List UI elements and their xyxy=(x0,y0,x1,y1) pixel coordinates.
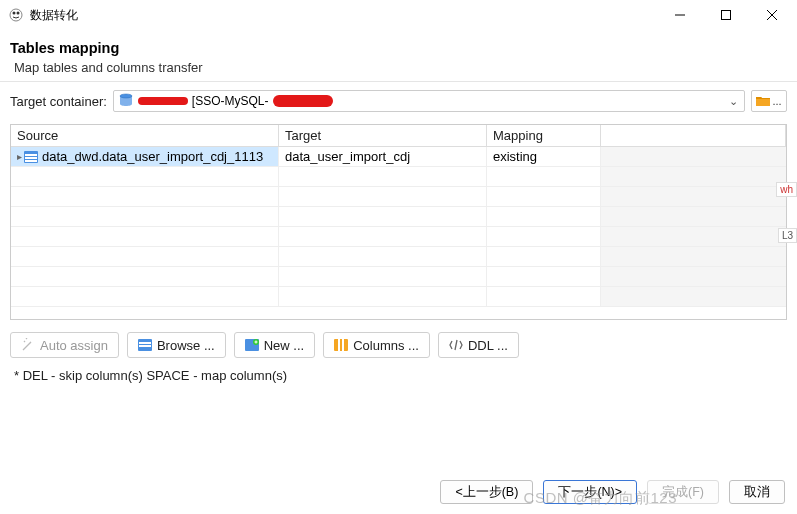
columns-icon xyxy=(334,338,348,352)
table-row[interactable] xyxy=(11,187,786,207)
svg-rect-14 xyxy=(139,342,151,344)
app-icon xyxy=(8,7,24,23)
expand-icon[interactable]: ▸ xyxy=(17,151,22,162)
new-table-icon xyxy=(245,338,259,352)
target-text-fragment: [SSO-MySQL- xyxy=(192,94,269,108)
back-button[interactable]: <上一步(B) xyxy=(440,480,533,504)
ddl-icon xyxy=(449,338,463,352)
page-title: Tables mapping xyxy=(10,40,797,56)
window-title: 数据转化 xyxy=(30,7,657,24)
cell-target[interactable]: data_user_import_cdj xyxy=(279,147,487,166)
browse-button[interactable]: Browse ... xyxy=(127,332,226,358)
maximize-button[interactable] xyxy=(703,0,749,30)
header-source[interactable]: Source xyxy=(11,125,279,147)
new-button[interactable]: New ... xyxy=(234,332,315,358)
mapping-table: Source Target Mapping ▸ data_dwd.data_us… xyxy=(10,124,787,320)
chevron-down-icon: ⌄ xyxy=(726,95,740,108)
cell-extra xyxy=(601,147,786,166)
cancel-button[interactable]: 取消 xyxy=(729,480,785,504)
table-header: Source Target Mapping xyxy=(11,125,786,147)
svg-rect-10 xyxy=(25,154,37,156)
source-value: data_dwd.data_user_import_cdj_1113 xyxy=(42,149,263,164)
svg-point-1 xyxy=(13,12,16,15)
svg-rect-11 xyxy=(25,157,37,159)
edge-label: wh xyxy=(776,182,797,197)
table-row[interactable] xyxy=(11,267,786,287)
svg-rect-20 xyxy=(342,339,344,351)
svg-rect-18 xyxy=(334,339,348,351)
svg-point-2 xyxy=(17,12,20,15)
redacted-text xyxy=(138,97,188,105)
svg-rect-4 xyxy=(722,11,731,20)
table-row[interactable] xyxy=(11,167,786,187)
header-extra xyxy=(601,125,786,147)
cell-source[interactable]: ▸ data_dwd.data_user_import_cdj_1113 xyxy=(11,147,279,166)
page-subtitle: Map tables and columns transfer xyxy=(14,60,797,75)
folder-icon xyxy=(756,95,770,107)
hint-text: * DEL - skip column(s) SPACE - map colum… xyxy=(0,364,797,387)
target-container-row: Target container: [SSO-MySQL- ⌄ ... xyxy=(0,81,797,120)
svg-rect-19 xyxy=(338,339,340,351)
cell-mapping[interactable]: existing xyxy=(487,147,601,166)
action-buttons: Auto assign Browse ... New ... Columns .… xyxy=(0,320,797,364)
svg-rect-12 xyxy=(25,160,37,162)
minimize-button[interactable] xyxy=(657,0,703,30)
table-row[interactable] xyxy=(11,227,786,247)
close-button[interactable] xyxy=(749,0,795,30)
title-bar: 数据转化 xyxy=(0,0,797,30)
columns-button[interactable]: Columns ... xyxy=(323,332,430,358)
ddl-button[interactable]: DDL ... xyxy=(438,332,519,358)
svg-point-0 xyxy=(10,9,22,21)
wizard-footer: <上一步(B) 下一步(N)> 完成(F) 取消 xyxy=(440,480,785,504)
next-button[interactable]: 下一步(N)> xyxy=(543,480,637,504)
edge-label: L3 xyxy=(778,228,797,243)
target-container-label: Target container: xyxy=(10,94,107,109)
target-container-select[interactable]: [SSO-MySQL- ⌄ xyxy=(113,90,745,112)
svg-rect-15 xyxy=(139,345,151,347)
page-header: Tables mapping Map tables and columns tr… xyxy=(0,30,797,81)
header-target[interactable]: Target xyxy=(279,125,487,147)
table-row[interactable] xyxy=(11,247,786,267)
finish-button[interactable]: 完成(F) xyxy=(647,480,719,504)
auto-assign-button[interactable]: Auto assign xyxy=(10,332,119,358)
database-icon xyxy=(118,93,134,109)
table-icon xyxy=(24,151,38,163)
header-mapping[interactable]: Mapping xyxy=(487,125,601,147)
redacted-text xyxy=(273,95,333,107)
table-row[interactable] xyxy=(11,207,786,227)
wand-icon xyxy=(21,338,35,352)
table-row[interactable] xyxy=(11,287,786,307)
table-icon xyxy=(138,338,152,352)
browse-folder-button[interactable]: ... xyxy=(751,90,787,112)
table-row[interactable]: ▸ data_dwd.data_user_import_cdj_1113 dat… xyxy=(11,147,786,167)
